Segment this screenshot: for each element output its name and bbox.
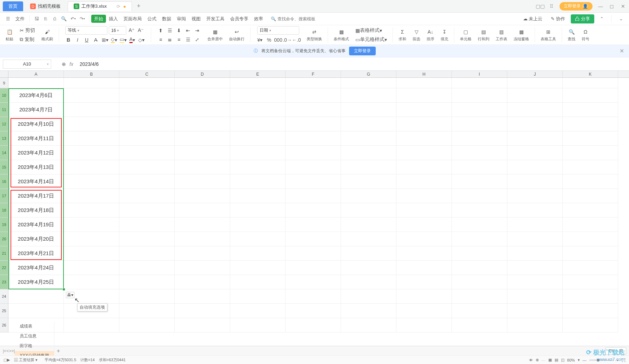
cell-G10[interactable] [341, 88, 396, 103]
col-header-B[interactable]: B [64, 71, 119, 77]
cell-A24[interactable] [8, 289, 64, 304]
cell-C18[interactable] [119, 203, 175, 218]
cell-K20[interactable] [563, 232, 618, 246]
cell-I20[interactable] [452, 232, 507, 246]
menu-tab-5[interactable]: 审阅 [174, 15, 189, 23]
cell-B26[interactable] [64, 318, 119, 332]
cell-F21[interactable] [286, 246, 341, 261]
cloud-status[interactable]: ☁ 未上云 [520, 14, 546, 23]
sheet-nav-0[interactable]: |< [3, 349, 6, 353]
apps-icon[interactable]: ⠿ [548, 3, 555, 9]
cell-I16[interactable] [452, 174, 507, 189]
cell-E15[interactable] [230, 160, 286, 174]
maximize-button[interactable]: ◻ [609, 3, 615, 9]
cell-B14[interactable] [64, 146, 119, 160]
rowcol-button[interactable]: ▤行和列 [476, 28, 491, 42]
dec-decimal-icon[interactable]: ←.0 [293, 36, 300, 44]
cell-K10[interactable] [563, 88, 618, 103]
cell-D11[interactable] [175, 103, 230, 117]
align-right-icon[interactable]: ≡ [175, 36, 183, 43]
cell-E10[interactable] [230, 88, 286, 103]
cell-H15[interactable] [396, 160, 452, 174]
login-button[interactable]: 立即登录 👤 [560, 2, 593, 11]
cell-style-button[interactable]: ▭ 单元格样式▾ [355, 36, 387, 43]
cell-G22[interactable] [341, 261, 396, 275]
find-button[interactable]: 🔍查找 [566, 28, 577, 42]
row-header-12[interactable]: 12 [0, 117, 8, 131]
col-header-I[interactable]: I [452, 71, 507, 77]
collaborate-button[interactable]: ✎ 协作 [548, 14, 568, 23]
cell-K22[interactable] [563, 261, 618, 275]
cell-K12[interactable] [563, 117, 618, 131]
underline-icon[interactable]: U [83, 36, 91, 44]
new-tab-button[interactable]: + [137, 2, 141, 10]
italic-icon[interactable]: I [74, 36, 81, 44]
filter-button[interactable]: ▽筛选 [410, 28, 422, 42]
cell-A13[interactable]: 2023年4月11日 [8, 131, 64, 146]
orientation-icon[interactable]: ⤢ [193, 36, 201, 43]
cell-F25[interactable] [286, 304, 341, 318]
font-size-select[interactable]: 16▾ [109, 26, 126, 35]
cell-A20[interactable]: 2023年4月20日 [8, 232, 64, 246]
layout-icon[interactable]: ▢▢ [537, 3, 543, 9]
cell-C22[interactable] [119, 261, 175, 275]
cell-A19[interactable]: 2023年4月19日 [8, 218, 64, 232]
col-header-G[interactable]: G [341, 71, 396, 77]
comma-icon[interactable]: 000 [274, 36, 282, 44]
cell-C14[interactable] [119, 146, 175, 160]
cell-B19[interactable] [64, 218, 119, 232]
cell-F11[interactable] [286, 103, 341, 117]
col-header-J[interactable]: J [507, 71, 563, 77]
select-all-corner[interactable] [0, 71, 8, 77]
cell-G21[interactable] [341, 246, 396, 261]
cell-B10[interactable] [64, 88, 119, 103]
cell-D15[interactable] [175, 160, 230, 174]
cell-J12[interactable] [507, 117, 563, 131]
menu-tab-4[interactable]: 数据 [159, 15, 174, 23]
row-header-19[interactable]: 19 [0, 218, 8, 232]
close-window-button[interactable]: ✕ [620, 3, 626, 9]
cell-D25[interactable] [175, 304, 230, 318]
cell-H17[interactable] [396, 189, 452, 203]
cell-K26[interactable] [563, 318, 618, 332]
cut-button[interactable]: ✂ 剪切 [20, 27, 35, 34]
cell-J19[interactable] [507, 218, 563, 232]
view-normal-icon[interactable]: ▦ [548, 358, 552, 362]
cell-E12[interactable] [230, 117, 286, 131]
table-style-button[interactable]: ▦ 表格样式▾ [355, 27, 382, 34]
cell-A9[interactable] [8, 78, 64, 88]
cell-J11[interactable] [507, 103, 563, 117]
cell-C26[interactable] [119, 318, 175, 332]
type-convert-button[interactable]: ⇄类型转换 [305, 28, 324, 42]
row-header-10[interactable]: 10 [0, 88, 8, 103]
fill-color-icon[interactable]: ◇▾ [110, 36, 118, 44]
justify-icon[interactable]: ☰ [184, 36, 192, 43]
row-header-16[interactable]: 16 [0, 174, 8, 189]
cell-A16[interactable]: 2023年4月14日 [8, 174, 64, 189]
cell-D23[interactable] [175, 275, 230, 289]
cell-I18[interactable] [452, 203, 507, 218]
sheet-tab-0[interactable]: 成绩表 [15, 322, 54, 331]
cell-C15[interactable] [119, 160, 175, 174]
cell-G11[interactable] [341, 103, 396, 117]
fill-handle[interactable] [62, 288, 65, 291]
fill-button[interactable]: ↧填充 [439, 28, 450, 42]
cell-K24[interactable] [563, 289, 618, 304]
cell-F17[interactable] [286, 189, 341, 203]
cell-J26[interactable] [507, 318, 563, 332]
inc-decimal-icon[interactable]: .0→ [283, 36, 291, 44]
cell-H23[interactable] [396, 275, 452, 289]
cell-F13[interactable] [286, 131, 341, 146]
cell-B22[interactable] [64, 261, 119, 275]
cell-H13[interactable] [396, 131, 452, 146]
highlight-icon[interactable]: ▭▾ [119, 36, 127, 44]
cell-C11[interactable] [119, 103, 175, 117]
cell-F20[interactable] [286, 232, 341, 246]
cell-I23[interactable] [452, 275, 507, 289]
cell-A25[interactable] [8, 304, 64, 318]
cell-J10[interactable] [507, 88, 563, 103]
view-pagebreak-icon[interactable]: ◫ [561, 358, 564, 362]
row-header-25[interactable]: 25 [0, 304, 8, 318]
save-icon[interactable]: 🖫 [33, 15, 40, 23]
menu-tab-6[interactable]: 视图 [189, 15, 203, 23]
